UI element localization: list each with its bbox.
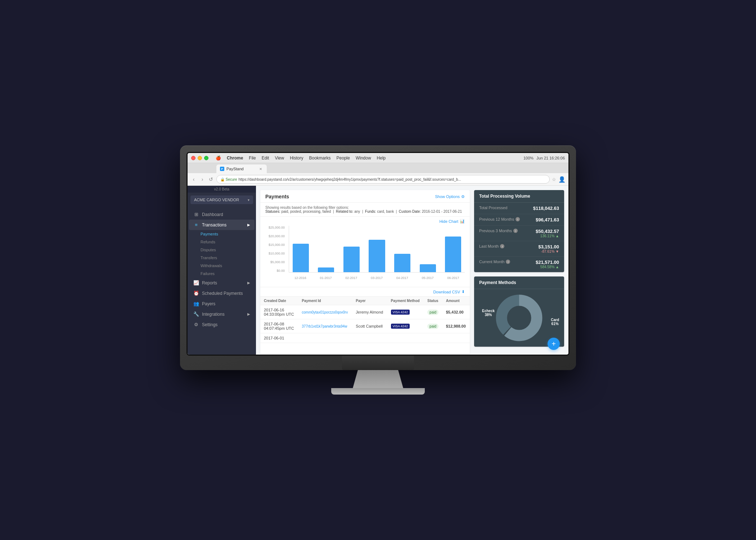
sidebar-version: v2.0 Beta — [188, 186, 256, 193]
payment-id-link[interactable]: comm0ytax01porzzo0qov0rv — [302, 310, 348, 314]
forward-button[interactable]: › — [199, 176, 206, 183]
sidebar-subitem-disputes[interactable]: Disputes — [188, 246, 256, 254]
history-menu[interactable]: History — [290, 156, 303, 161]
monitor-screen: 🍎 Chrome File Edit View History Bookmark… — [188, 153, 568, 355]
info-icon[interactable]: i — [516, 217, 520, 221]
bar[interactable] — [318, 267, 334, 272]
payment-id-link[interactable]: 377rb1vd1k7parwbr3nta94w — [302, 324, 347, 328]
cell-payer: Scott Campbell — [352, 319, 387, 333]
col-amount: Amount — [442, 297, 470, 305]
people-menu[interactable]: People — [337, 156, 350, 161]
transactions-icon: ≡ — [193, 222, 199, 228]
back-button[interactable]: ‹ — [190, 176, 197, 183]
col-status: Status — [424, 297, 442, 305]
x-label: 01-2017 — [314, 276, 338, 280]
apple-menu[interactable]: 🍎 — [216, 156, 221, 161]
chrome-menu[interactable]: Chrome — [227, 156, 243, 161]
sidebar-item-transactions[interactable]: ≡ Transactions ▶ — [189, 220, 255, 230]
vendor-name: ACME CARGO VENDOR — [194, 198, 239, 202]
main-content: Payments Show Options ⚙ Showing results … — [256, 186, 568, 355]
sidebar-item-payers[interactable]: 👥 Payers — [189, 298, 255, 309]
volume-amount: $50,432.57 — [536, 229, 559, 234]
bar[interactable] — [293, 244, 309, 272]
expand-icon: ▶ — [247, 281, 250, 285]
info-icon[interactable]: i — [513, 229, 518, 233]
panel-header: Payments Show Options ⚙ — [260, 190, 470, 203]
volume-label: Current Month i — [479, 260, 510, 264]
url-bar[interactable]: 🔒 Secure https://dashboard.paystand.co/v… — [216, 175, 550, 184]
profile-icon[interactable]: 👤 — [558, 176, 566, 183]
bar-group[interactable] — [416, 264, 440, 272]
tab-title: PayStand — [226, 167, 244, 171]
show-options-button[interactable]: Show Options ⚙ — [435, 194, 465, 199]
help-menu[interactable]: Help — [377, 156, 386, 161]
sidebar-item-integrations[interactable]: 🔧 Integrations ▶ — [189, 309, 255, 319]
sidebar-subitem-payments[interactable]: Payments — [188, 230, 256, 238]
table-header-row: Created Date Payment Id Payer Payment Me… — [260, 297, 470, 305]
payment-methods-card: Payment Methods — [474, 276, 564, 347]
col-created-date: Created Date — [260, 297, 298, 305]
bar-group[interactable] — [441, 237, 465, 272]
fab-button[interactable]: + — [548, 338, 560, 350]
hide-chart-button[interactable]: Hide Chart 📊 — [439, 219, 465, 224]
window-menu[interactable]: Window — [356, 156, 371, 161]
table-row: 2017-06-01 — [260, 333, 470, 343]
sidebar-subitem-failures[interactable]: Failures — [188, 270, 256, 278]
right-panel: Total Processing Volume Total Processed … — [474, 190, 564, 347]
volume-row-12m: Previous 12 Months i $96,471.63 — [474, 214, 564, 226]
maximize-window-button[interactable] — [204, 156, 208, 160]
tab-close-button[interactable]: ✕ — [258, 166, 263, 171]
sidebar-item-settings[interactable]: ⚙ Settings — [189, 319, 255, 330]
vendor-selector[interactable]: ACME CARGO VENDOR ▾ — [190, 195, 253, 204]
bar[interactable] — [369, 240, 385, 272]
bar[interactable] — [394, 254, 410, 272]
edit-menu[interactable]: Edit — [262, 156, 269, 161]
active-tab[interactable]: P PayStand ✕ — [216, 165, 267, 173]
download-csv-button[interactable]: Download CSV ⬇ — [433, 289, 465, 294]
chart-header: Hide Chart 📊 — [260, 217, 470, 226]
bar-group[interactable] — [391, 254, 414, 272]
minimize-window-button[interactable] — [198, 156, 202, 160]
sidebar-item-dashboard[interactable]: ⊞ Dashboard — [189, 209, 255, 220]
bar-group[interactable] — [289, 244, 312, 272]
info-icon[interactable]: i — [506, 260, 510, 264]
monitor-screen-border: 🍎 Chrome File Edit View History Bookmark… — [186, 152, 570, 356]
bar-group[interactable] — [315, 267, 338, 272]
volume-amount: $118,042.63 — [533, 206, 559, 211]
battery-status: 100% — [523, 156, 534, 160]
datetime: Jun 21 16:26:06 — [536, 156, 565, 160]
sidebar-item-reports[interactable]: 📈 Reports ▶ — [189, 278, 255, 288]
bar[interactable] — [343, 247, 360, 273]
bar-group[interactable] — [365, 240, 389, 272]
info-icon[interactable]: i — [500, 244, 504, 248]
sidebar-subitem-withdrawals[interactable]: Withdrawals — [188, 262, 256, 270]
cell-payer: Jeremy Almond — [352, 305, 387, 319]
sidebar: v2.0 Beta ACME CARGO VENDOR ▾ ⊞ Dashboar… — [188, 186, 256, 355]
col-payment-id: Payment Id — [298, 297, 352, 305]
cell-amount: $12,988.00 — [442, 319, 470, 333]
chart-plot-area — [289, 226, 465, 273]
volume-label: Previous 12 Months i — [479, 217, 520, 221]
donut-hole — [509, 308, 529, 328]
volume-value-block: $118,042.63 — [533, 206, 559, 211]
bookmarks-menu[interactable]: Bookmarks — [309, 156, 331, 161]
sidebar-item-scheduled-payments[interactable]: ⏰ Scheduled Payments — [189, 288, 255, 298]
view-menu[interactable]: View — [275, 156, 284, 161]
donut-chart — [494, 293, 544, 343]
sidebar-subitem-transfers[interactable]: Transfers — [188, 254, 256, 262]
sidebar-nav: ⊞ Dashboard ≡ Transactions ▶ Payments Re… — [188, 207, 256, 355]
reload-button[interactable]: ↺ — [208, 176, 214, 183]
close-window-button[interactable] — [191, 156, 195, 160]
chart-container: $25,000.00 $20,000.00 $15,000.00 $10,000… — [260, 226, 470, 287]
x-label: 02-2017 — [339, 276, 363, 280]
bar[interactable] — [420, 264, 436, 272]
tab-favicon: P — [220, 167, 224, 171]
volume-change: 584.58% ▲ — [536, 265, 559, 269]
bar-group[interactable] — [340, 247, 363, 273]
file-menu[interactable]: File — [249, 156, 256, 161]
bar[interactable] — [445, 237, 461, 272]
download-bar: Download CSV ⬇ — [260, 287, 470, 297]
sidebar-subitem-refunds[interactable]: Refunds — [188, 238, 256, 246]
scheduled-icon: ⏰ — [193, 291, 199, 296]
bookmark-icon[interactable]: ☆ — [552, 177, 556, 182]
